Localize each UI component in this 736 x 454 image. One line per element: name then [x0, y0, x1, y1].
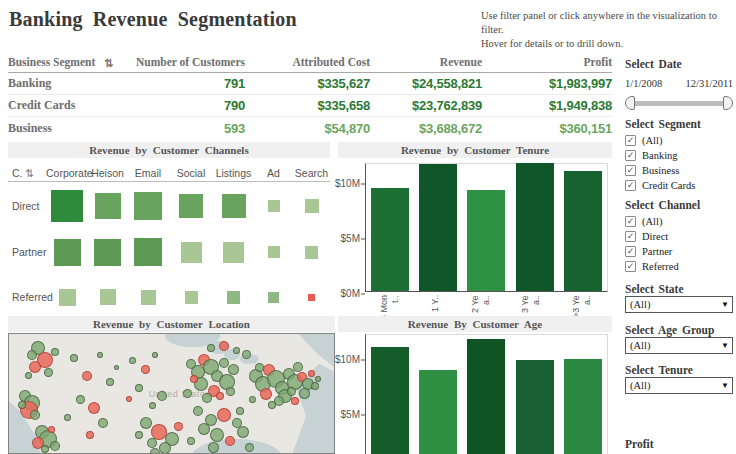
map-bubble[interactable] [27, 350, 37, 360]
map-bubble[interactable] [149, 402, 156, 409]
channel-mark[interactable] [185, 291, 198, 304]
channel-mark[interactable] [227, 291, 240, 304]
channel-mark[interactable] [134, 192, 162, 220]
map-bubble[interactable] [293, 362, 303, 372]
map-bubble[interactable] [150, 448, 160, 454]
channel-mark[interactable] [268, 292, 279, 303]
channel-mark[interactable] [268, 246, 280, 258]
map-bubble[interactable] [48, 426, 55, 433]
col-profit[interactable]: Profit [482, 56, 612, 69]
map-bubble[interactable] [226, 387, 235, 396]
map-bubble[interactable] [76, 395, 85, 404]
channel-column-corporate[interactable]: Corporate [46, 167, 88, 179]
map-area[interactable]: United States [8, 333, 335, 454]
map-bubble[interactable] [260, 388, 272, 400]
map-bubble[interactable] [70, 354, 78, 362]
map-bubble[interactable] [50, 441, 60, 451]
map-bubble[interactable] [315, 376, 321, 382]
map-bubble[interactable] [187, 437, 195, 445]
channel-mark[interactable] [305, 199, 319, 213]
map-bubble[interactable] [198, 423, 210, 435]
map-bubble[interactable] [193, 406, 203, 416]
map-bubble[interactable] [98, 418, 108, 428]
col-attributed-cost[interactable]: Attributed Cost [245, 56, 370, 69]
col-revenue[interactable]: Revenue [370, 56, 482, 69]
map-bubble[interactable] [106, 378, 114, 386]
map-bubble[interactable] [114, 365, 119, 370]
tenure-bar[interactable] [564, 171, 602, 291]
checkbox-partner[interactable]: ✓ [625, 246, 636, 257]
channel-mark[interactable] [305, 246, 318, 259]
map-bubble[interactable] [291, 397, 299, 405]
map-bubble[interactable] [237, 426, 249, 438]
map-bubble[interactable] [159, 442, 171, 454]
map-bubble[interactable] [29, 361, 41, 373]
chevron-down-icon[interactable]: ▼ [718, 341, 732, 350]
tenure-dropdown[interactable]: (All) ▼ [625, 377, 733, 394]
checkbox-referred[interactable]: ✓ [625, 261, 636, 272]
sort-icon[interactable]: ⇅ [100, 57, 124, 70]
tenure-bar[interactable] [516, 163, 554, 291]
map-bubble[interactable] [219, 358, 229, 368]
map-bubble[interactable] [174, 422, 183, 431]
tenure-bar[interactable] [419, 164, 457, 291]
map-bubble[interactable] [311, 382, 319, 390]
channel-column-search[interactable]: Search [293, 167, 330, 179]
channel-mark[interactable] [181, 242, 202, 263]
channel-mark[interactable] [222, 194, 246, 218]
slider-handle-start[interactable] [625, 96, 635, 110]
col-business-segment[interactable]: Business Segment [8, 56, 100, 69]
date-range-slider[interactable] [625, 96, 733, 110]
map-bubble[interactable] [97, 352, 103, 358]
map-bubble[interactable] [141, 365, 150, 374]
state-dropdown[interactable]: (All) ▼ [625, 296, 733, 313]
map-bubble[interactable] [152, 352, 158, 358]
map-bubble[interactable] [157, 391, 167, 401]
map-bubble[interactable] [135, 431, 143, 439]
channel-mark[interactable] [223, 242, 244, 263]
checkbox-business[interactable]: ✓ [625, 165, 636, 176]
channel-mark[interactable] [95, 193, 121, 219]
channel-column-email[interactable]: Email [127, 167, 169, 179]
map-bubble[interactable] [207, 344, 215, 352]
map-bubble[interactable] [217, 408, 231, 422]
map-bubble[interactable] [219, 341, 229, 351]
map-bubble[interactable] [216, 392, 224, 400]
tenure-bar[interactable] [467, 190, 505, 291]
col-number-of-customers[interactable]: Number of Customers [124, 56, 245, 69]
segment-row-business[interactable]: Business593$54,870$3,688,672$360,151 [8, 117, 612, 139]
map-bubble[interactable] [255, 363, 264, 372]
map-bubble[interactable] [126, 396, 132, 402]
channel-column-listings[interactable]: Listings [213, 167, 254, 179]
map-bubble[interactable] [208, 442, 219, 453]
checkbox-banking[interactable]: ✓ [625, 150, 636, 161]
map-bubble[interactable] [129, 357, 136, 364]
channels-corner[interactable]: C. ⇅ [8, 167, 46, 179]
map-bubble[interactable] [287, 387, 296, 396]
map-bubble[interactable] [228, 364, 239, 375]
map-bubble[interactable] [51, 348, 59, 356]
chevron-down-icon[interactable]: ▼ [718, 300, 732, 309]
map-bubble[interactable] [86, 431, 94, 439]
chevron-down-icon[interactable]: ▼ [718, 381, 732, 390]
channel-mark[interactable] [268, 200, 280, 212]
age-group-dropdown[interactable]: (All) ▼ [625, 337, 733, 354]
checkbox-all[interactable]: ✓ [625, 135, 636, 146]
map-bubble[interactable] [242, 350, 251, 359]
channel-mark[interactable] [59, 289, 76, 306]
map-bubble[interactable] [268, 401, 276, 409]
map-bubble[interactable] [202, 393, 212, 403]
age-bar[interactable] [516, 360, 554, 454]
map-bubble[interactable] [245, 443, 254, 452]
checkbox-creditcards[interactable]: ✓ [625, 180, 636, 191]
slider-handle-end[interactable] [723, 96, 733, 110]
channel-mark[interactable] [54, 239, 81, 266]
channel-mark[interactable] [308, 294, 315, 301]
map-bubble[interactable] [308, 370, 315, 377]
map-bubble[interactable] [44, 368, 53, 377]
age-bar[interactable] [371, 347, 409, 454]
map-bubble[interactable] [64, 414, 71, 421]
channel-mark[interactable] [51, 190, 83, 222]
map-bubble[interactable] [140, 417, 152, 429]
tenure-bar[interactable] [371, 188, 409, 291]
